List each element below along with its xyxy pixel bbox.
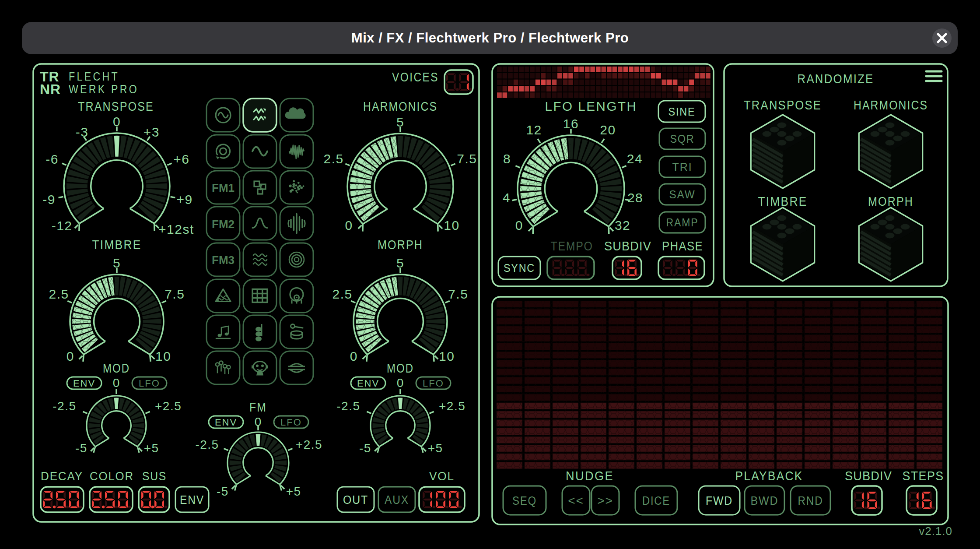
svg-text:SINE: SINE xyxy=(668,105,696,118)
svg-text:SEQ: SEQ xyxy=(512,494,537,507)
svg-text:+3: +3 xyxy=(144,125,160,139)
svg-text:0: 0 xyxy=(515,218,523,232)
svg-text:SYNC: SYNC xyxy=(504,261,535,274)
svg-text:HARMONICS: HARMONICS xyxy=(854,98,928,112)
svg-text:7.5: 7.5 xyxy=(457,151,477,166)
svg-text:0: 0 xyxy=(66,349,74,363)
svg-text:TRANSPOSE: TRANSPOSE xyxy=(744,98,822,112)
svg-text:FM2: FM2 xyxy=(212,218,234,231)
svg-text:LFO LENGTH: LFO LENGTH xyxy=(545,99,637,113)
svg-text:+2.5: +2.5 xyxy=(155,399,182,413)
svg-text:RAMP: RAMP xyxy=(666,216,699,229)
svg-text:7.5: 7.5 xyxy=(448,287,468,301)
svg-text:ENV: ENV xyxy=(180,493,204,507)
svg-text:SQR: SQR xyxy=(670,132,695,145)
svg-text:Mix / FX / Flechtwerk Pro / Fl: Mix / FX / Flechtwerk Pro / Flechtwerk P… xyxy=(351,30,629,46)
svg-text:TRANSPOSE: TRANSPOSE xyxy=(78,99,154,113)
svg-text:-5: -5 xyxy=(75,441,88,455)
svg-text:RANDOMIZE: RANDOMIZE xyxy=(798,72,874,86)
svg-text:LFO: LFO xyxy=(280,417,302,428)
svg-text:FM: FM xyxy=(249,400,267,414)
svg-text:TRI: TRI xyxy=(672,160,693,173)
svg-text:+6: +6 xyxy=(173,152,189,166)
svg-text:5: 5 xyxy=(396,115,404,129)
svg-text:2.5: 2.5 xyxy=(49,287,69,301)
svg-text:-5: -5 xyxy=(217,485,229,498)
svg-text:12: 12 xyxy=(526,123,542,137)
svg-text:0: 0 xyxy=(113,376,120,390)
svg-text:ENV: ENV xyxy=(73,378,95,389)
svg-text:5: 5 xyxy=(113,256,121,270)
svg-text:-5: -5 xyxy=(359,441,371,455)
svg-text:<<: << xyxy=(568,494,584,507)
svg-text:MORPH: MORPH xyxy=(378,238,423,252)
svg-text:HARMONICS: HARMONICS xyxy=(363,99,438,113)
svg-text:20: 20 xyxy=(600,123,616,137)
svg-text:AUX: AUX xyxy=(385,493,409,507)
svg-text:SAW: SAW xyxy=(669,188,696,201)
svg-text:COLOR: COLOR xyxy=(90,469,134,483)
svg-text:PLAYBACK: PLAYBACK xyxy=(735,469,803,483)
svg-text:16: 16 xyxy=(563,116,579,131)
svg-text:+2.5: +2.5 xyxy=(296,438,322,451)
svg-text:TIMBRE: TIMBRE xyxy=(758,194,808,208)
svg-text:2.5: 2.5 xyxy=(323,151,343,166)
svg-text:-12: -12 xyxy=(52,218,73,233)
svg-text:MOD: MOD xyxy=(103,361,130,375)
svg-text:DICE: DICE xyxy=(642,494,670,507)
svg-text:v2.1.0: v2.1.0 xyxy=(919,524,952,538)
svg-text:+9: +9 xyxy=(176,192,192,207)
svg-text:+5: +5 xyxy=(144,441,159,455)
svg-text:0: 0 xyxy=(397,376,404,390)
svg-text:STEPS: STEPS xyxy=(903,469,944,483)
svg-text:NR: NR xyxy=(40,81,61,97)
svg-text:DECAY: DECAY xyxy=(41,469,83,483)
svg-text:NUDGE: NUDGE xyxy=(566,469,614,483)
svg-text:+2.5: +2.5 xyxy=(439,399,466,413)
svg-text:24: 24 xyxy=(627,151,643,166)
svg-text:-6: -6 xyxy=(46,152,59,166)
svg-text:>>: >> xyxy=(597,494,613,507)
svg-text:PHASE: PHASE xyxy=(662,239,703,253)
svg-text:10: 10 xyxy=(439,349,455,363)
svg-text:32: 32 xyxy=(615,218,630,232)
svg-text:0: 0 xyxy=(350,349,358,363)
svg-text:-9: -9 xyxy=(42,192,56,207)
svg-text:VOL: VOL xyxy=(429,469,455,483)
svg-text:FWD: FWD xyxy=(706,494,733,507)
svg-text:+5: +5 xyxy=(286,485,301,498)
svg-text:8: 8 xyxy=(503,151,511,166)
svg-text:TIMBRE: TIMBRE xyxy=(92,238,142,252)
svg-text:BWD: BWD xyxy=(751,494,779,507)
svg-text:4: 4 xyxy=(503,190,511,205)
svg-text:WERK PRO: WERK PRO xyxy=(69,83,139,96)
svg-text:OUT: OUT xyxy=(343,493,368,507)
svg-text:FM1: FM1 xyxy=(212,181,234,194)
svg-text:5: 5 xyxy=(396,256,404,270)
svg-text:ENV: ENV xyxy=(357,378,379,389)
svg-text:FLECHT: FLECHT xyxy=(69,70,119,83)
svg-text:LFO: LFO xyxy=(139,378,160,389)
svg-text:SUBDIV: SUBDIV xyxy=(604,239,651,253)
svg-text:0: 0 xyxy=(113,114,121,129)
svg-text:SUBDIV: SUBDIV xyxy=(845,469,892,483)
svg-text:SUS: SUS xyxy=(142,469,167,483)
svg-text:10: 10 xyxy=(444,218,459,232)
svg-text:MORPH: MORPH xyxy=(868,194,914,208)
svg-text:+12st: +12st xyxy=(158,222,194,236)
svg-text:ENV: ENV xyxy=(215,417,237,428)
svg-text:2.5: 2.5 xyxy=(332,287,353,301)
svg-text:0: 0 xyxy=(345,218,353,232)
svg-text:7.5: 7.5 xyxy=(164,287,185,301)
svg-text:-3: -3 xyxy=(76,125,89,139)
svg-text:-2.5: -2.5 xyxy=(336,399,360,413)
svg-text:+5: +5 xyxy=(428,441,443,455)
svg-text:-2.5: -2.5 xyxy=(52,399,76,413)
svg-text:VOICES: VOICES xyxy=(392,70,439,84)
svg-text:LFO: LFO xyxy=(423,378,444,389)
svg-text:-2.5: -2.5 xyxy=(195,438,219,451)
svg-text:FM3: FM3 xyxy=(212,253,234,267)
svg-text:MOD: MOD xyxy=(387,361,414,375)
svg-text:TEMPO: TEMPO xyxy=(551,239,593,253)
svg-text:28: 28 xyxy=(627,190,643,205)
